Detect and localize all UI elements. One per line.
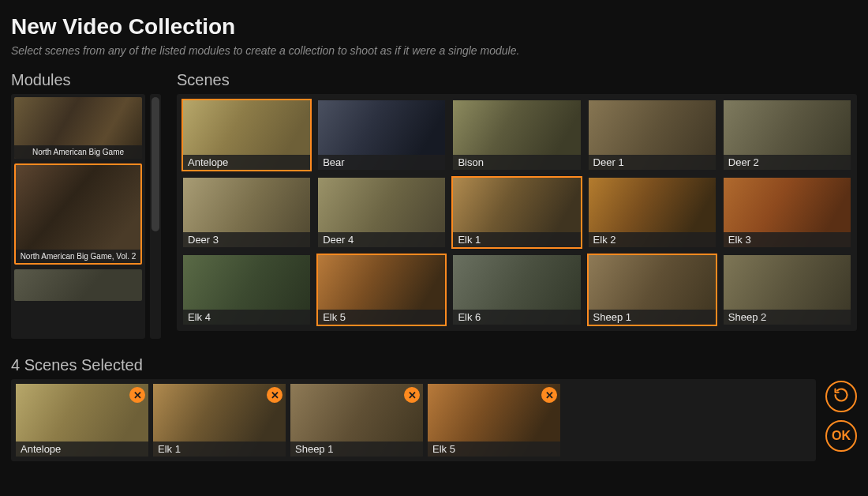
modules-scrollbar-thumb[interactable] — [152, 97, 159, 231]
modules-list: North American Big GameNorth American Bi… — [11, 94, 145, 339]
scene-card[interactable]: Elk 3 — [722, 176, 852, 249]
module-thumbnail — [14, 269, 142, 301]
selected-strip: Antelope✕Elk 1✕Sheep 1✕Elk 5✕ — [11, 379, 816, 461]
undo-button[interactable] — [825, 381, 857, 412]
close-icon: ✕ — [545, 390, 554, 400]
scene-caption: Elk 4 — [183, 310, 310, 325]
scene-caption: Deer 4 — [318, 232, 445, 247]
selected-caption: Elk 5 — [428, 442, 560, 457]
ok-button-label: OK — [832, 429, 851, 443]
selected-card[interactable]: Elk 1✕ — [153, 384, 286, 457]
scene-card[interactable]: Deer 3 — [181, 176, 312, 249]
scene-card[interactable]: Bear — [316, 99, 447, 171]
scene-card[interactable]: Elk 2 — [587, 176, 717, 249]
ok-button[interactable]: OK — [825, 420, 857, 452]
scene-card[interactable]: Sheep 2 — [722, 254, 852, 326]
modules-heading: Modules — [11, 71, 169, 89]
selected-card[interactable]: Elk 5✕ — [428, 384, 560, 457]
scene-caption: Bison — [453, 155, 580, 170]
scene-caption: Antelope — [183, 155, 310, 170]
undo-icon — [833, 387, 849, 406]
module-caption: North American Big Game, Vol. 2 — [16, 250, 140, 263]
module-card[interactable]: North American Big Game, Vol. 2 — [14, 163, 142, 265]
scene-caption: Deer 1 — [589, 155, 716, 170]
scene-card[interactable]: Elk 6 — [451, 254, 582, 326]
scene-caption: Elk 3 — [724, 232, 851, 247]
scene-card[interactable]: Elk 1 — [451, 176, 582, 249]
remove-selected-button[interactable]: ✕ — [404, 387, 420, 403]
scene-caption: Elk 2 — [589, 232, 716, 247]
remove-selected-button[interactable]: ✕ — [129, 387, 145, 403]
scene-card[interactable]: Antelope — [181, 99, 312, 171]
scene-caption: Elk 6 — [453, 310, 580, 325]
selected-caption: Elk 1 — [153, 442, 286, 457]
close-icon: ✕ — [133, 390, 142, 400]
page-title: New Video Collection — [11, 14, 857, 39]
selected-count-label: 4 Scenes Selected — [11, 356, 857, 374]
page-subtitle: Select scenes from any of the listed mod… — [11, 44, 857, 57]
scene-card[interactable]: Elk 5 — [316, 254, 447, 326]
scenes-heading: Scenes — [177, 71, 857, 89]
scene-caption: Sheep 1 — [589, 310, 716, 325]
close-icon: ✕ — [408, 390, 417, 400]
scene-caption: Sheep 2 — [724, 310, 851, 325]
module-card[interactable] — [14, 269, 142, 301]
scene-card[interactable]: Sheep 1 — [587, 254, 717, 326]
remove-selected-button[interactable]: ✕ — [267, 387, 282, 403]
selected-card[interactable]: Sheep 1✕ — [290, 384, 423, 457]
scenes-panel: AntelopeBearBisonDeer 1Deer 2Deer 3Deer … — [177, 94, 857, 331]
scene-caption: Elk 1 — [453, 232, 580, 247]
scene-card[interactable]: Bison — [451, 99, 582, 171]
module-caption: North American Big Game — [14, 145, 142, 159]
selected-caption: Sheep 1 — [290, 442, 423, 457]
scene-caption: Elk 5 — [318, 310, 445, 325]
module-card[interactable]: North American Big Game — [14, 97, 142, 159]
remove-selected-button[interactable]: ✕ — [541, 387, 557, 403]
scene-card[interactable]: Elk 4 — [181, 254, 312, 326]
scene-caption: Bear — [318, 155, 445, 170]
selected-caption: Antelope — [16, 442, 148, 457]
modules-scrollbar-track[interactable] — [150, 94, 161, 339]
scene-caption: Deer 3 — [183, 232, 310, 247]
scene-card[interactable]: Deer 2 — [722, 99, 852, 171]
scene-card[interactable]: Deer 4 — [316, 176, 447, 249]
close-icon: ✕ — [271, 390, 279, 400]
scene-card[interactable]: Deer 1 — [587, 99, 717, 171]
scene-caption: Deer 2 — [724, 155, 851, 170]
selected-card[interactable]: Antelope✕ — [16, 384, 148, 457]
module-thumbnail — [16, 165, 140, 263]
